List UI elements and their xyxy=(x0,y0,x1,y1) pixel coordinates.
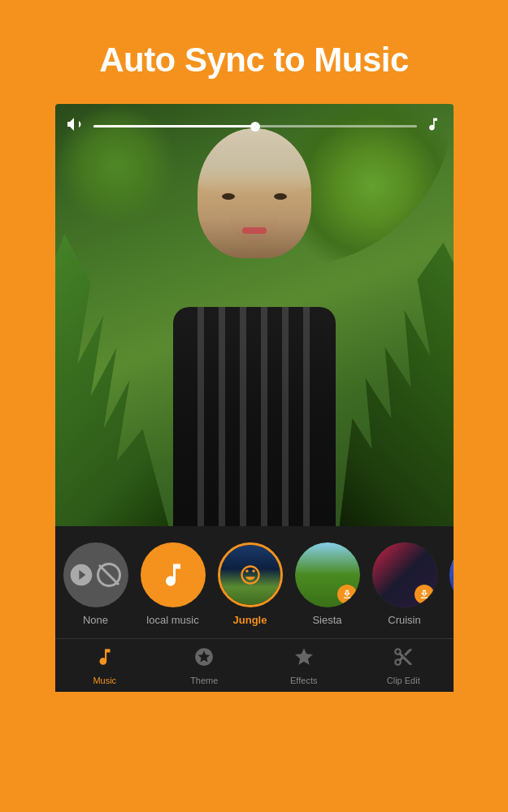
cruisin-label: Cruisin xyxy=(388,614,420,626)
music-item-jungle[interactable]: Jungle xyxy=(218,542,283,626)
bottom-panel: None local music xyxy=(55,526,454,692)
clip-edit-nav-icon xyxy=(393,646,414,672)
nav-item-clip-edit[interactable]: Clip Edit xyxy=(354,639,454,692)
progress-fill xyxy=(93,125,255,127)
nav-label-theme: Theme xyxy=(190,676,218,685)
progress-track[interactable] xyxy=(93,125,417,127)
nav-item-effects[interactable]: Effects xyxy=(254,639,354,692)
siesta-label: Siesta xyxy=(312,614,341,626)
download-badge-siesta xyxy=(337,585,357,604)
music-item-siesta[interactable]: Siesta xyxy=(295,542,360,626)
person-head xyxy=(198,128,311,258)
music-item-none[interactable]: None xyxy=(63,542,128,626)
video-area xyxy=(55,104,454,526)
person-body xyxy=(173,307,336,526)
playback-bar xyxy=(67,116,441,136)
music-nav-icon xyxy=(94,646,115,672)
download-badge-cruisin xyxy=(415,585,434,604)
nav-label-clip-edit: Clip Edit xyxy=(387,676,420,685)
none-thumb xyxy=(63,542,128,607)
bottom-nav: Music Theme xyxy=(55,638,454,692)
local-label: local music xyxy=(146,614,198,626)
siesta-thumb xyxy=(295,542,360,607)
jungle-label: Jungle xyxy=(233,614,267,626)
theme-nav-icon xyxy=(193,646,215,672)
jungle-thumb xyxy=(218,542,283,607)
page-title: Auto Sync to Music xyxy=(24,41,484,80)
progress-thumb[interactable] xyxy=(250,122,260,132)
effects-nav-icon xyxy=(293,646,315,672)
music-item-cruisin[interactable]: Cruisin xyxy=(372,542,437,626)
header: Auto Sync to Music xyxy=(0,0,508,104)
video-background xyxy=(55,104,454,526)
music-note-icon xyxy=(425,116,441,136)
volume-icon[interactable] xyxy=(67,117,85,136)
svg-line-1 xyxy=(99,565,119,585)
none-label: None xyxy=(83,614,108,626)
extra-thumb xyxy=(449,542,454,607)
phone-container: None local music xyxy=(55,104,454,692)
local-thumb xyxy=(141,542,206,607)
nav-item-music[interactable]: Music xyxy=(55,639,155,692)
nav-label-music: Music xyxy=(93,676,116,685)
music-item-local[interactable]: local music xyxy=(141,542,206,626)
music-list: None local music xyxy=(55,526,454,638)
cruisin-thumb xyxy=(372,542,437,607)
foliage-left xyxy=(55,201,169,526)
music-item-extra[interactable]: Ju... xyxy=(449,542,454,626)
foliage-right xyxy=(340,218,454,526)
nav-item-theme[interactable]: Theme xyxy=(154,639,254,692)
app-container: Auto Sync to Music xyxy=(0,0,508,812)
nav-label-effects: Effects xyxy=(290,676,317,685)
